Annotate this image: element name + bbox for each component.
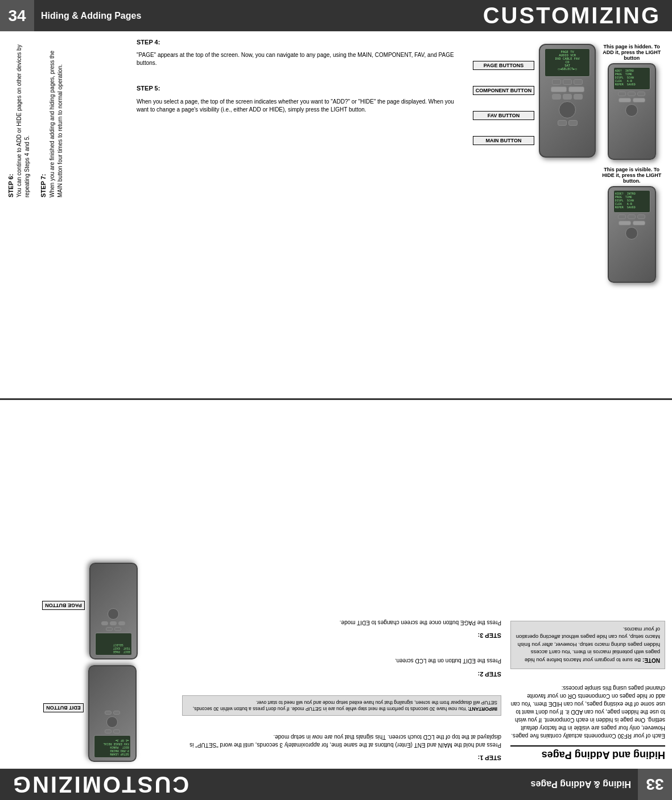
step4-text: "PAGE" appears at the top of the screen.…	[137, 51, 461, 67]
step7-text: When you are finished adding and hiding …	[49, 51, 63, 197]
screen-page: EDIT PAGE TEXT EXIT SELECT	[95, 633, 132, 655]
top-header-title: Hiding & Adding Pages	[34, 11, 483, 21]
fav-button-label: FAV BUTTON	[473, 111, 534, 120]
remote-screen-top: PAGE TV AUDIO VCR DVD CABLE FAV CD SAT ○…	[545, 48, 590, 77]
remote-add: ADD? INTRO PROG TIME DISPL SCAN CLEA A-B…	[608, 63, 656, 160]
step1-text: Press and hold the MAIN and ENT (Enter) …	[182, 733, 501, 749]
caption-visible: This page is visible. To HIDE it, press …	[600, 167, 663, 184]
intro-text: Each of your RF30 Components actually co…	[510, 684, 665, 740]
main-button-label: MAIN BUTTON	[473, 136, 534, 145]
remote-page: EDIT PAGE TEXT EXIT SELECT	[89, 563, 138, 659]
important-label: IMPORTANT:	[468, 706, 497, 712]
top-customizing-label: CUSTOMIZING	[483, 3, 672, 28]
main-remote-top: PAGE TV AUDIO VCR DVD CABLE FAV CD SAT ○…	[539, 44, 596, 158]
remote-hide: HIDE? INTRO PROG TIME DISPL SCAN CLEA A-…	[608, 186, 656, 283]
top-left-col: STEP 6: You can continue to ADD or HIDE …	[5, 36, 130, 395]
top-middle-col: STEP 4: "PAGE" appears at the top of the…	[134, 36, 464, 395]
step6-label: STEP 6:	[7, 174, 14, 197]
bottom-middle-col: STEP 1: Press and hold the MAIN and ENT …	[180, 405, 504, 764]
screen-add: ADD? INTRO PROG TIME DISPL SCAN CLEA A-B…	[613, 67, 650, 90]
screen-edit: SETUP LEARN P-PRO MACRO EDIT PUNCH FAV E…	[94, 735, 131, 758]
bottom-left-col: Hiding and Adding Pages Each of your RF3…	[508, 405, 667, 764]
page-button-label: PAGE BUTTON	[42, 601, 85, 610]
step7-label: STEP 7:	[40, 174, 47, 197]
top-header: 34 Hiding & Adding Pages CUSTOMIZING	[0, 0, 672, 31]
note-label: NOTE:	[642, 657, 660, 663]
step3-text: Press the PAGE button once the screen ch…	[182, 618, 501, 626]
step2-text: Press the EDIT button on the LCD screen.	[182, 657, 501, 665]
section-title: Hiding and Adding Pages	[510, 745, 665, 762]
top-right-col: PAGE BUTTONS COMPONENT BUTTON FAV BUTTON…	[468, 36, 667, 395]
step3-label: STEP 3:	[478, 632, 501, 639]
note-text: Be sure to program your Macros before yo…	[516, 626, 660, 663]
step1-label: STEP 1:	[478, 754, 501, 761]
note-box: NOTE: Be sure to program your Macros bef…	[510, 621, 665, 669]
caption-hidden: This page is hidden. To ADD it, press th…	[600, 44, 663, 61]
bottom-content: Hiding and Adding Pages Each of your RF3…	[0, 400, 672, 769]
step5-text: When you select a page, the top of the s…	[137, 98, 461, 114]
remote-buttons-top	[551, 79, 584, 126]
top-page-number: 34	[0, 0, 34, 31]
bottom-customizing-label: CUSTOMIZING	[0, 772, 189, 797]
page-buttons-label: PAGE BUTTONS	[473, 61, 534, 70]
top-half: 34 Hiding & Adding Pages CUSTOMIZING STE…	[0, 0, 672, 400]
edit-button-label: EDIT BUTTON	[43, 703, 83, 712]
bottom-header-title: Hiding & Adding Pages	[189, 780, 638, 790]
screen-hide: HIDE? INTRO PROG TIME DISPL SCAN CLEA A-…	[613, 190, 650, 213]
step6-text: You can continue to ADD or HIDE pages on…	[16, 44, 30, 197]
step4-label: STEP 4:	[137, 39, 160, 46]
bottom-header: 33 Hiding & Adding Pages CUSTOMIZING	[0, 769, 672, 800]
important-text: You now have 30 seconds to perform the n…	[193, 700, 497, 712]
component-button-label: COMPONENT BUTTON	[473, 86, 534, 95]
bottom-right-col: SETUP LEARN P-PRO MACRO EDIT PUNCH FAV E…	[5, 405, 175, 764]
bottom-page-number: 33	[638, 769, 672, 800]
bottom-half: 33 Hiding & Adding Pages CUSTOMIZING Hid…	[0, 400, 672, 800]
important-box: IMPORTANT: You now have 30 seconds to pe…	[182, 695, 501, 716]
step5-label: STEP 5:	[137, 85, 160, 92]
top-content: STEP 6: You can continue to ADD or HIDE …	[0, 31, 672, 400]
step2-label: STEP 2:	[478, 671, 501, 678]
remote-edit: SETUP LEARN P-PRO MACRO EDIT PUNCH FAV E…	[88, 665, 137, 762]
